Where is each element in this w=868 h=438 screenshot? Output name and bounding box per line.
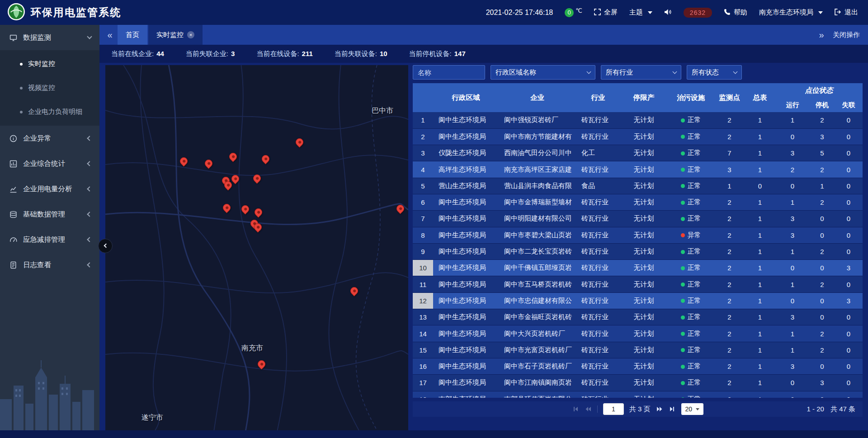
table-row[interactable]: 3仪陇生态环境局西南油气田分公司川中化工无计划正常71350	[413, 145, 863, 161]
industry-cell: 食品	[576, 178, 620, 194]
theme-dropdown[interactable]: 主题	[629, 8, 652, 17]
fullscreen-button[interactable]: 全屏	[594, 8, 618, 17]
sidebar-item-realtime-monitor[interactable]: 实时监控	[0, 52, 99, 76]
map-pin-icon[interactable]	[241, 205, 250, 213]
sidebar-item-label: 企业用电量分析	[23, 184, 72, 194]
limit-cell: 无计划	[620, 243, 667, 259]
alert-count-badge[interactable]: 2632	[684, 8, 712, 18]
map-pin-icon[interactable]	[396, 205, 405, 213]
table-row[interactable]: 18南部生态环境局南部县环伟页岩有限公砖瓦行业无计划正常21030	[413, 391, 863, 398]
speaker-icon	[664, 9, 672, 17]
prev-page-button[interactable]	[585, 405, 592, 413]
meters-cell: 1	[745, 342, 775, 358]
table-row[interactable]: 13阆中生态环境局阆中市金福旺页岩机砖砖瓦行业无计划正常21300	[413, 309, 863, 325]
company-cell: 南部县环伟页岩有限公	[499, 391, 576, 398]
company-cell: 营山县润丰肉食品有限	[499, 178, 576, 194]
table-row[interactable]: 8阆中生态环境局阆中市枣碧大梁山页岩砖瓦行业无计划异常21300	[413, 227, 863, 243]
sidebar-item-video-monitor[interactable]: 视频监控	[0, 76, 99, 100]
map-pin-icon[interactable]	[229, 153, 237, 161]
map-pin-icon[interactable]	[253, 174, 261, 183]
facility-cell: 正常	[667, 128, 714, 145]
name-filter-input[interactable]	[413, 65, 485, 80]
bullet-icon	[20, 111, 23, 113]
tabs-scroll-right-button[interactable]: »	[814, 30, 829, 40]
limit-cell: 无计划	[620, 276, 667, 292]
table-row[interactable]: 15阆中生态环境局阆中市光富页岩机砖厂砖瓦行业无计划正常21120	[413, 342, 863, 358]
table-row[interactable]: 4高坪生态环境局南充市高坪区王家店建砖瓦行业无计划正常31220	[413, 161, 863, 178]
map-pin-icon[interactable]	[262, 155, 270, 163]
table-row[interactable]: 5营山生态环境局营山县润丰肉食品有限食品无计划正常10010	[413, 178, 863, 194]
sidebar-item-company-statistics[interactable]: 企业综合统计	[0, 151, 99, 176]
sidebar-subitem-label: 企业电力负荷明细	[28, 108, 82, 116]
sidebar-submenu: 实时监控 视频监控 企业电力负荷明细	[0, 50, 99, 126]
map-pin-icon[interactable]	[223, 204, 231, 212]
company-cell: 阆中市五马桥页岩机砖	[499, 276, 576, 292]
stat-label: 当前在线设备:	[256, 50, 299, 57]
close-operations-button[interactable]: 关闭操作	[833, 31, 860, 39]
org-dropdown[interactable]: 南充市生态环境局	[759, 8, 823, 17]
map-pin-icon[interactable]	[258, 360, 266, 368]
first-page-button[interactable]	[572, 405, 579, 413]
row-index-cell: 8	[413, 227, 433, 243]
app-title: 环保用电监管系统	[31, 5, 121, 19]
sidebar-item-data-monitoring[interactable]: 数据监测	[0, 25, 99, 50]
run-cell: 0	[775, 128, 810, 145]
collapse-map-toggle[interactable]	[98, 239, 113, 253]
region-filter-select[interactable]: 行政区域名称	[491, 65, 595, 80]
meters-cell: 1	[745, 358, 775, 374]
points-cell: 3	[714, 161, 745, 178]
table-row[interactable]: 1阆中生态环境局阆中强锐页岩砖厂砖瓦行业无计划正常21120	[413, 112, 863, 128]
map-pin-icon[interactable]	[205, 160, 213, 168]
table-row[interactable]: 16阆中生态环境局阆中市石子页岩机砖厂砖瓦行业无计划正常21300	[413, 358, 863, 374]
sidebar-item-power-load-detail[interactable]: 企业电力负荷明细	[0, 100, 99, 124]
volume-button[interactable]	[664, 9, 672, 17]
industry-filter-select[interactable]: 所有行业	[601, 65, 681, 80]
table-row[interactable]: 12阆中生态环境局阆中市忠信建材有限公砖瓦行业无计划正常21003	[413, 292, 863, 309]
industry-cell: 砖瓦行业	[576, 260, 620, 276]
limit-cell: 无计划	[620, 227, 667, 243]
tab-home[interactable]: 首页	[118, 25, 147, 45]
facility-cell: 正常	[667, 375, 714, 391]
status-filter-select[interactable]: 所有状态	[687, 65, 742, 80]
map-pin-icon[interactable]	[231, 175, 240, 183]
table-row[interactable]: 11阆中生态环境局阆中市五马桥页岩机砖砖瓦行业无计划正常21120	[413, 276, 863, 292]
map-pin-icon[interactable]	[254, 223, 262, 231]
meters-cell: 1	[745, 227, 775, 243]
map-pin-icon[interactable]	[180, 157, 188, 165]
logout-button[interactable]: 退出	[835, 8, 858, 17]
sidebar-item-base-data[interactable]: 基础数据管理	[0, 202, 99, 227]
next-page-button[interactable]	[656, 405, 663, 413]
table-row[interactable]: 7阆中生态环境局阆中明阳建材有限公司砖瓦行业无计划正常21300	[413, 211, 863, 227]
map-pin-icon[interactable]	[224, 181, 232, 189]
last-page-button[interactable]	[669, 405, 676, 413]
table-row[interactable]: 9阆中生态环境局阆中市二龙长宝页岩砖砖瓦行业无计划正常21120	[413, 243, 863, 259]
help-button[interactable]: 帮助	[724, 8, 747, 17]
map-pin-icon[interactable]	[296, 138, 304, 146]
map-pin-icon[interactable]	[255, 208, 263, 217]
table-row[interactable]: 2阆中生态环境局阆中市南方节能建材有砖瓦行业无计划正常21030	[413, 128, 863, 145]
sidebar-item-log-view[interactable]: 日志查看	[0, 252, 99, 278]
table-row[interactable]: 10阆中生态环境局阆中千佛镇五郎垭页岩砖瓦行业无计划正常21003	[413, 260, 863, 276]
status-ok-icon	[681, 266, 685, 270]
tab-realtime-monitor[interactable]: 实时监控 ×	[148, 25, 203, 45]
sidebar-item-power-analysis[interactable]: 企业用电量分析	[0, 176, 99, 202]
sidebar-item-company-abnormal[interactable]: 企业异常	[0, 126, 99, 151]
industry-cell: 砖瓦行业	[576, 211, 620, 227]
page-number-input[interactable]	[603, 403, 624, 415]
cityscape-decoration	[0, 346, 99, 432]
close-icon[interactable]: ×	[187, 31, 194, 38]
region-cell: 阆中生态环境局	[433, 276, 499, 292]
map-panel[interactable]: 巴中市南充市遂宁市	[105, 65, 408, 430]
sidebar-item-emergency-management[interactable]: 应急减排管理	[0, 227, 99, 252]
tabs-scroll-left-button[interactable]: «	[102, 25, 118, 45]
table-row[interactable]: 14阆中生态环境局阆中大兴页岩机砖厂砖瓦行业无计划正常21120	[413, 325, 863, 342]
lost-cell: 0	[835, 358, 863, 374]
table-row[interactable]: 17阆中生态环境局阆中市江南镇阆南页岩砖瓦行业无计划正常21030	[413, 375, 863, 391]
map-pin-icon[interactable]	[350, 287, 359, 295]
limit-cell: 无计划	[620, 128, 667, 145]
table-row[interactable]: 6阆中生态环境局阆中市金博瑞新型墙材砖瓦行业无计划正常21120	[413, 194, 863, 210]
page-size-select[interactable]: 20	[681, 403, 704, 415]
run-cell: 1	[775, 325, 810, 342]
stat-label: 当前失联设备:	[335, 50, 377, 57]
region-cell: 南部生态环境局	[433, 391, 499, 398]
